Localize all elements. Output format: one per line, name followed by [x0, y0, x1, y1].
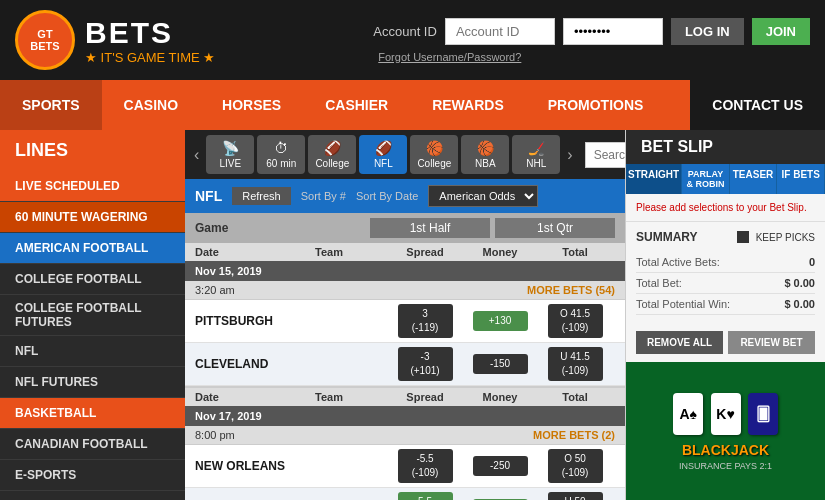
join-button[interactable]: JOIN [752, 18, 810, 45]
cleveland-money-cell: -150 [465, 354, 535, 374]
pittsburgh-total-btn[interactable]: O 41.5(-109) [548, 304, 603, 338]
col-total: Total [535, 246, 615, 258]
tab-60min-label: 60 min [266, 158, 296, 169]
tab-arrow-left[interactable]: ‹ [190, 146, 203, 164]
nav-sports[interactable]: SPORTS [0, 80, 102, 130]
tb-spread-btn[interactable]: 5.5(-109) [398, 492, 453, 500]
pittsburgh-spread-btn[interactable]: 3(-119) [398, 304, 453, 338]
card-2: K♥ [711, 393, 741, 435]
no-total-btn[interactable]: O 50(-109) [548, 449, 603, 483]
tab-college[interactable]: 🏈 College [308, 135, 356, 174]
navigation: SPORTS CASINO HORSES CASHIER REWARDS PRO… [0, 80, 825, 130]
sidebar-item-nfl-futures[interactable]: NFL FUTURES [0, 367, 185, 398]
col-game: Game [195, 221, 370, 235]
col-total-2: Total [535, 391, 615, 403]
header-controls: Account ID LOG IN JOIN [373, 18, 810, 45]
no-total-cell: O 50(-109) [535, 449, 615, 483]
summary-label: SUMMARY [636, 230, 698, 244]
tab-nfl[interactable]: 🏈 NFL [359, 135, 407, 174]
sidebar-item-college-football[interactable]: COLLEGE FOOTBALL [0, 264, 185, 295]
remove-all-button[interactable]: REMOVE ALL [636, 331, 723, 354]
sidebar-item-live-scheduled[interactable]: LIVE SCHEDULED [0, 171, 185, 202]
bs-tab-teaser[interactable]: TEASER [730, 164, 778, 194]
refresh-button[interactable]: Refresh [232, 187, 291, 205]
time-row-2: 8:00 pm MORE BETS (2) [185, 426, 625, 445]
team-cleveland: CLEVELAND [195, 357, 385, 371]
sidebar-item-canadian-football[interactable]: CANADIAN FOOTBALL [0, 429, 185, 460]
cleveland-money-btn[interactable]: -150 [473, 354, 528, 374]
logo-brand: BETS ★ IT'S GAME TIME ★ [85, 16, 215, 65]
table-row: NEW ORLEANS -5.5(-109) -250 O 50(-109) [185, 445, 625, 488]
tb-total-btn[interactable]: U 50(-109) [548, 492, 603, 500]
nav-contact[interactable]: CONTACT US [690, 80, 825, 130]
bj-cards: A♠ K♥ 🂠 [671, 391, 780, 437]
keep-picks-checkbox[interactable] [737, 231, 749, 243]
card-1: A♠ [673, 393, 703, 435]
tab-live[interactable]: 📡 LIVE [206, 135, 254, 174]
basketball-icon-2: 🏀 [477, 140, 494, 156]
team-search-input[interactable] [585, 142, 625, 168]
tab-arrow-right[interactable]: › [563, 146, 576, 164]
bet-slip-panel: BET SLIP STRAIGHT PARLAY& ROBIN TEASER I… [625, 130, 825, 500]
card-back: 🂠 [748, 393, 778, 435]
login-button[interactable]: LOG IN [671, 18, 744, 45]
cleveland-spread-btn[interactable]: -3(+101) [398, 347, 453, 381]
blackjack-preview: A♠ K♥ 🂠 BLACKJACK INSURANCE PAYS 2:1 [626, 362, 825, 500]
col-sub-headers: Date Team Spread Money Total [185, 243, 625, 261]
review-bet-button[interactable]: REVIEW BET [728, 331, 815, 354]
cleveland-total-btn[interactable]: U 41.5(-109) [548, 347, 603, 381]
tab-60min[interactable]: ⏱ 60 min [257, 135, 305, 174]
date-row-nov15: Nov 15, 2019 [185, 261, 625, 281]
logo-text: GT BETS [30, 28, 59, 52]
tab-college-bball[interactable]: 🏀 College [410, 135, 458, 174]
total-bet-val: $ 0.00 [784, 277, 815, 289]
date-row-nov17: Nov 17, 2019 [185, 406, 625, 426]
bj-label: BLACKJACK [682, 442, 769, 458]
nav-cashier[interactable]: CASHIER [303, 80, 410, 130]
logo: GT BETS [15, 10, 75, 70]
keep-picks-toggle[interactable]: KEEP PICKS [737, 231, 815, 243]
sidebar-item-college-football-futures[interactable]: COLLEGE FOOTBALL FUTURES [0, 295, 185, 336]
odds-select[interactable]: American Odds Decimal Odds [428, 185, 538, 207]
sidebar-item-golf[interactable]: GOLF [0, 491, 185, 500]
tab-nhl[interactable]: 🏒 NHL [512, 135, 560, 174]
nav-horses[interactable]: HORSES [200, 80, 303, 130]
table-header: Game 1st Half 1st Qtr [185, 213, 625, 243]
sport-tabs: ‹ 📡 LIVE ⏱ 60 min 🏈 College 🏈 NFL 🏀 Coll… [185, 130, 625, 179]
bs-tab-straight[interactable]: STRAIGHT [626, 164, 682, 194]
col-date: Date [195, 246, 315, 258]
tb-total-cell: U 50(-109) [535, 492, 615, 500]
sidebar-item-60min[interactable]: 60 MINUTE WAGERING [0, 202, 185, 233]
bs-tab-parlay[interactable]: PARLAY& ROBIN [682, 164, 730, 194]
summary-section: SUMMARY KEEP PICKS Total Active Bets: 0 … [626, 222, 825, 323]
more-bets-2: MORE BETS (2) [533, 429, 615, 441]
forgot-link[interactable]: Forgot Username/Password? [378, 51, 521, 63]
no-money-btn[interactable]: -250 [473, 456, 528, 476]
nav-rewards[interactable]: REWARDS [410, 80, 526, 130]
nav-casino[interactable]: CASINO [102, 80, 200, 130]
tab-nba[interactable]: 🏀 NBA [461, 135, 509, 174]
center-content: ‹ 📡 LIVE ⏱ 60 min 🏈 College 🏈 NFL 🏀 Coll… [185, 130, 625, 500]
team-pittsburgh: PITTSBURGH [195, 314, 385, 328]
col-1st-half: 1st Half [370, 218, 490, 238]
betslip-tabs: STRAIGHT PARLAY& ROBIN TEASER IF BETS [626, 164, 825, 194]
sidebar-item-nfl[interactable]: NFL [0, 336, 185, 367]
tab-college-bball-label: College [417, 158, 451, 169]
sidebar-item-basketball[interactable]: BASKETBALL [0, 398, 185, 429]
bs-tab-ifbets[interactable]: IF BETS [777, 164, 825, 194]
pittsburgh-money-btn[interactable]: +130 [473, 311, 528, 331]
password-input[interactable] [563, 18, 663, 45]
main-content: LINES LIVE SCHEDULED 60 MINUTE WAGERING … [0, 130, 825, 500]
total-win-row: Total Potential Win: $ 0.00 [636, 294, 815, 315]
account-id-input[interactable] [445, 18, 555, 45]
no-spread-btn[interactable]: -5.5(-109) [398, 449, 453, 483]
nav-promotions[interactable]: PROMOTIONS [526, 80, 666, 130]
sidebar-title: LINES [0, 130, 185, 171]
pittsburgh-spread-cell: 3(-119) [385, 304, 465, 338]
header-right: Account ID LOG IN JOIN Forgot Username/P… [373, 18, 810, 63]
sidebar-item-esports[interactable]: E-SPORTS [0, 460, 185, 491]
table-row: PITTSBURGH 3(-119) +130 O 41.5(-109) [185, 300, 625, 343]
sidebar-item-american-football[interactable]: AMERICAN FOOTBALL [0, 233, 185, 264]
cleveland-total-cell: U 41.5(-109) [535, 347, 615, 381]
tab-nba-label: NBA [475, 158, 496, 169]
